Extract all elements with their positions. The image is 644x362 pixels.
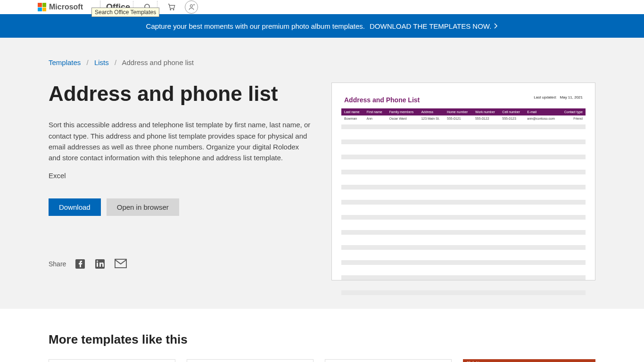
- app-name: Excel: [49, 172, 313, 180]
- facebook-icon[interactable]: [74, 258, 86, 270]
- breadcrumb-sep: /: [87, 58, 89, 66]
- template-preview: Last updated: May 11, 2021 Address and P…: [331, 82, 595, 280]
- related-template-card[interactable]: [49, 359, 175, 362]
- linkedin-icon[interactable]: [94, 258, 106, 270]
- share-row: Share: [49, 258, 313, 270]
- promo-cta-text: DOWNLOAD THE TEMPLATES NOW.: [370, 22, 491, 30]
- microsoft-logo[interactable]: Microsoft: [38, 3, 83, 11]
- download-button[interactable]: Download: [49, 198, 101, 216]
- open-in-browser-button[interactable]: Open in browser: [107, 198, 179, 216]
- svg-point-10: [97, 261, 98, 262]
- cart-icon[interactable]: [165, 0, 178, 14]
- account-icon[interactable]: [185, 0, 198, 14]
- svg-point-3: [173, 9, 174, 10]
- page-title: Address and phone list: [49, 82, 313, 105]
- mail-icon[interactable]: [114, 258, 125, 270]
- breadcrumb-templates[interactable]: Templates: [49, 58, 81, 66]
- related-template-card[interactable]: [187, 359, 314, 362]
- main-content: Templates / Lists / Address and phone li…: [0, 38, 644, 309]
- template-description: Sort this accessible address and telepho…: [49, 119, 313, 163]
- chevron-right-icon: [494, 23, 498, 29]
- top-navbar: Microsoft Office Search Office Templates: [0, 0, 644, 14]
- svg-rect-9: [97, 263, 98, 267]
- microsoft-logo-icon: [38, 3, 46, 11]
- related-template-card[interactable]: Club Name: [463, 359, 595, 362]
- svg-point-4: [190, 5, 193, 7]
- share-label: Share: [49, 260, 66, 268]
- search-tooltip: Search Office Templates: [91, 8, 159, 17]
- svg-point-2: [170, 9, 171, 10]
- breadcrumb-lists[interactable]: Lists: [94, 58, 109, 66]
- related-template-card[interactable]: [325, 359, 452, 362]
- preview-table: Last nameFirst name Family membersAddres…: [341, 108, 586, 122]
- breadcrumb: Templates / Lists / Address and phone li…: [49, 58, 595, 66]
- preview-last-updated: Last updated: May 11, 2021: [534, 95, 583, 99]
- promo-cta-link[interactable]: DOWNLOAD THE TEMPLATES NOW.: [370, 22, 498, 30]
- table-row: BowmanAnn Oscar Ward123 Main St. 555-012…: [341, 115, 586, 122]
- more-templates-section: More templates like this Club Name: [0, 309, 644, 362]
- promo-banner: Capture your best moments with our premi…: [0, 14, 644, 38]
- more-templates-heading: More templates like this: [49, 332, 595, 347]
- breadcrumb-current: Address and phone list: [122, 58, 194, 66]
- promo-text: Capture your best moments with our premi…: [146, 22, 365, 30]
- breadcrumb-sep: /: [115, 58, 116, 66]
- microsoft-brand-text: Microsoft: [49, 3, 83, 11]
